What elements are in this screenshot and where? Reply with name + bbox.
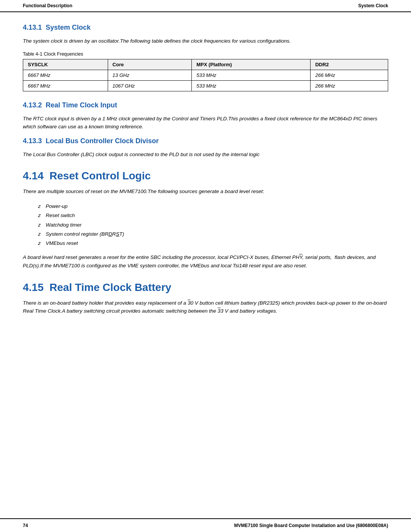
header-bar: Functional Description System Clock <box>0 0 411 12</box>
section-415-title: 4.15 Real Time Clock Battery <box>23 281 388 294</box>
section-4131-body: The system clock is driven by an oscilla… <box>23 37 388 45</box>
section-414-title: 4.14 Reset Control Logic <box>23 170 388 182</box>
section-4131-title: 4.13.1 System Clock <box>23 24 388 32</box>
table-cell: 1067 GHz <box>108 80 192 91</box>
section-415-body: There is an on-board battery holder that… <box>23 299 388 315</box>
table-cell: 533 MHz <box>192 70 311 80</box>
table-header-row: SYSCLK Core MPX (Platform) DDR2 <box>23 59 388 70</box>
list-item: Power-up <box>38 202 388 211</box>
section-414-body2: A board level hard reset generates a res… <box>23 253 388 270</box>
section-414-intro: There are multiple sources of reset on t… <box>23 187 388 196</box>
section-4132: 4.13.2 Real Time Clock Input The RTC clo… <box>23 101 388 131</box>
reset-sources-list: Power-up Reset switch Watchdog timer Sys… <box>38 202 388 248</box>
list-item: Watchdog timer <box>38 220 388 230</box>
table-header-sysclk: SYSCLK <box>23 59 108 70</box>
footer-doc-title: MVME7100 Single Board Computer Installat… <box>234 523 388 528</box>
section-4132-title: 4.13.2 Real Time Clock Input <box>23 101 388 109</box>
table-cell: 6667 MHz <box>23 70 108 80</box>
list-item: VMEbus reset <box>38 239 388 248</box>
table-row: 6667 MHz 1067 GHz 533 MHz 266 MHz <box>23 80 388 91</box>
table-cell: 266 MHz <box>311 80 388 91</box>
table-cell: 13 GHz <box>108 70 192 80</box>
table-header-mpx: MPX (Platform) <box>192 59 311 70</box>
clock-frequencies-table: SYSCLK Core MPX (Platform) DDR2 6667 MHz… <box>23 59 388 91</box>
section-414: 4.14 Reset Control Logic There are multi… <box>23 170 388 270</box>
page-container: Functional Description System Clock 4.13… <box>0 0 411 532</box>
section-4133-body: The Local Bus Controller (LBC) clock out… <box>23 150 388 159</box>
main-content: 4.13.1 System Clock The system clock is … <box>0 12 411 518</box>
section-4133: 4.13.3 Local Bus Controller Clock Diviso… <box>23 137 388 159</box>
table-row: 6667 MHz 13 GHz 533 MHz 266 MHz <box>23 70 388 80</box>
table-4131-caption: Table 4-1 Clock Frequencies <box>23 51 388 57</box>
section-4131: 4.13.1 System Clock The system clock is … <box>23 24 388 91</box>
list-item: Reset switch <box>38 211 388 220</box>
table-cell: 533 MHz <box>192 80 311 91</box>
section-4132-body: The RTC clock input is driven by a 1 MHz… <box>23 115 388 131</box>
table-cell: 6667 MHz <box>23 80 108 91</box>
table-header-core: Core <box>108 59 192 70</box>
table-header-ddr2: DDR2 <box>311 59 388 70</box>
footer-page-number: 74 <box>23 523 28 528</box>
section-4133-title: 4.13.3 Local Bus Controller Clock Diviso… <box>23 137 388 145</box>
header-right: System Clock <box>358 3 388 8</box>
footer-bar: 74 MVME7100 Single Board Computer Instal… <box>0 518 411 532</box>
section-415: 4.15 Real Time Clock Battery There is an… <box>23 281 388 315</box>
list-item: System control register (BRDRST) <box>38 230 388 239</box>
table-cell: 266 MHz <box>311 70 388 80</box>
header-left: Functional Description <box>23 3 72 8</box>
